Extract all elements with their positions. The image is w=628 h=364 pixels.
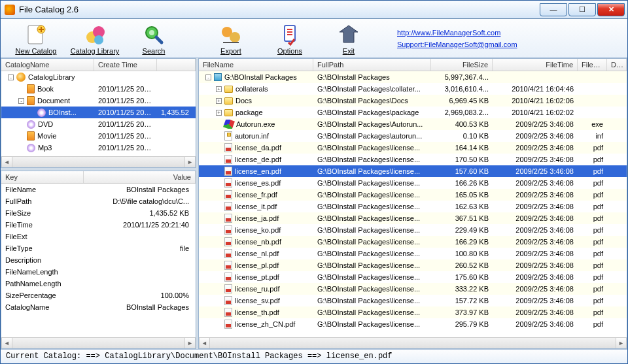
col-descrip[interactable]: Descrip [607, 59, 627, 71]
new-catalog-button[interactable]: New Catalog [10, 22, 62, 55]
content: CatalogName Create Time -CatalogLibraryB… [1, 58, 627, 349]
svg-point-8 [230, 32, 240, 42]
support-link[interactable]: Support:FileManagerSoft@gmail.com [397, 41, 517, 48]
file-row[interactable]: +DocsG:\BOInstall Packages\Docs6,969.45 … [199, 95, 627, 107]
file-row[interactable]: license_it.pdfG:\BOInstall Packages\lice… [199, 201, 627, 212]
close-button[interactable]: ✕ [597, 3, 625, 16]
tree-hscroll[interactable]: ◄► [1, 156, 196, 167]
tree-item-label: Document [37, 97, 70, 105]
prop-col-key[interactable]: Key [1, 171, 84, 183]
prop-col-value[interactable]: Value [84, 171, 196, 183]
catalog-tree-row[interactable]: -Document2010/11/25 20:2... [1, 95, 196, 107]
svg-marker-10 [340, 25, 358, 42]
left-pane: CatalogName Create Time -CatalogLibraryB… [1, 58, 198, 349]
property-row[interactable]: FileNameBOInstall Packages [1, 184, 196, 195]
file-row[interactable]: autorun.infG:\BOInstall Packages\autorun… [199, 130, 627, 142]
tree-col-name[interactable]: CatalogName [1, 59, 94, 71]
file-row[interactable]: license_ko.pdfG:\BOInstall Packages\lice… [199, 224, 627, 236]
file-hscroll[interactable]: ◄► [199, 337, 627, 348]
expander-icon[interactable]: + [216, 98, 222, 104]
property-row[interactable]: PathNameLength [1, 278, 196, 290]
props-hscroll[interactable]: ◄► [1, 337, 196, 348]
catalog-tree-row[interactable]: DVD2010/11/25 20:2... [1, 118, 196, 130]
file-row[interactable]: license_ja.pdfG:\BOInstall Packages\lice… [199, 212, 627, 224]
catalog-tree-row[interactable]: Book2010/11/25 20:2... [1, 83, 196, 95]
file-row[interactable]: license_zh_CN.pdfG:\BOInstall Packages\l… [199, 318, 627, 330]
col-fileext[interactable]: FileExt [578, 59, 607, 71]
file-list[interactable]: FileName FullPath FileSize FileTime File… [198, 58, 627, 349]
expander-icon[interactable]: - [8, 74, 14, 80]
export-icon [219, 23, 243, 46]
app-window: File Catalog 2.6 — ☐ ✕ New Catalog Catal… [0, 0, 628, 364]
file-row[interactable]: license_fr.pdfG:\BOInstall Packages\lice… [199, 189, 627, 201]
col-filetime[interactable]: FileTime [493, 59, 578, 71]
file-row[interactable]: license_ru.pdfG:\BOInstall Packages\lice… [199, 283, 627, 295]
file-row[interactable]: license_nb.pdfG:\BOInstall Packages\lice… [199, 236, 627, 248]
file-row[interactable]: license_es.pdfG:\BOInstall Packages\lice… [199, 177, 627, 189]
exit-button[interactable]: Exit [323, 22, 375, 55]
file-row[interactable]: license_nl.pdfG:\BOInstall Packages\lice… [199, 248, 627, 259]
file-name-label: license_it.pdf [235, 203, 277, 210]
exit-label: Exit [343, 47, 355, 55]
file-name-label: license_da.pdf [235, 144, 281, 152]
minimize-button[interactable]: — [540, 3, 567, 16]
property-row[interactable]: SizePercentage100.00% [1, 290, 196, 301]
file-row[interactable]: license_sv.pdfG:\BOInstall Packages\lice… [199, 295, 627, 306]
catalog-tree-row[interactable]: Mp32010/11/25 20:2... [1, 142, 196, 154]
exit-icon [337, 23, 360, 46]
file-row[interactable]: +collateralsG:\BOInstall Packages\collat… [199, 83, 627, 95]
file-name-label: license_ru.pdf [235, 285, 280, 293]
links: http://www.FileManagerSoft.com Support:F… [397, 29, 517, 48]
file-name-label: license_nb.pdf [235, 238, 281, 246]
catalog-tree-row[interactable]: -CatalogLibrary [1, 71, 196, 83]
maximize-button[interactable]: ☐ [568, 3, 596, 16]
file-row[interactable]: license_pt.pdfG:\BOInstall Packages\lice… [199, 271, 627, 283]
col-filename[interactable]: FileName [199, 59, 313, 71]
property-row[interactable]: FileTime2010/11/25 20:21:40 [1, 219, 196, 231]
file-row[interactable]: license_th.pdfG:\BOInstall Packages\lice… [199, 306, 627, 318]
col-filesize[interactable]: FileSize [431, 59, 493, 71]
options-button[interactable]: Options [264, 22, 316, 55]
file-row[interactable]: license_da.pdfG:\BOInstall Packages\lice… [199, 142, 627, 154]
export-label: Export [220, 47, 241, 55]
property-row[interactable]: FileExt [1, 231, 196, 242]
options-label: Options [277, 47, 302, 55]
col-fullpath[interactable]: FullPath [313, 59, 431, 71]
catalog-tree-row[interactable]: Movie2010/11/25 20:2... [1, 130, 196, 142]
file-row[interactable]: license_de.pdfG:\BOInstall Packages\lice… [199, 154, 627, 165]
titlebar[interactable]: File Catalog 2.6 — ☐ ✕ [1, 1, 627, 19]
catalog-tree[interactable]: CatalogName Create Time -CatalogLibraryB… [1, 58, 196, 168]
property-row[interactable]: FullPathD:\5\file catalog\dcu\C... [1, 195, 196, 207]
new-catalog-label: New Catalog [16, 47, 57, 55]
property-row[interactable]: CatalogNameBOInstall Packages [1, 301, 196, 313]
property-row[interactable]: Description [1, 254, 196, 266]
expander-icon[interactable]: + [216, 110, 222, 116]
new-catalog-icon [24, 23, 48, 46]
tree-col-extra[interactable] [157, 59, 196, 71]
window-title: File Catalog 2.6 [19, 5, 78, 14]
file-name-label: license_th.pdf [235, 308, 279, 316]
search-button[interactable]: Search [128, 22, 180, 55]
file-name-label: license_en.pdf [235, 167, 281, 175]
catalog-tree-row[interactable]: BOInst...2010/11/25 20:2...1,435.52 [1, 107, 196, 118]
expander-icon[interactable]: - [18, 98, 24, 104]
file-row[interactable]: license_en.pdfG:\BOInstall Packages\lice… [199, 165, 627, 177]
file-name-label: license_zh_CN.pdf [235, 320, 295, 328]
property-row[interactable]: FileNameLength [1, 266, 196, 278]
file-row[interactable]: -G:\BOInstall PackagesG:\BOInstall Packa… [199, 71, 627, 83]
file-row[interactable]: license_pl.pdfG:\BOInstall Packages\lice… [199, 259, 627, 271]
homepage-link[interactable]: http://www.FileManagerSoft.com [397, 29, 517, 37]
property-row[interactable]: FileSize1,435.52 KB [1, 207, 196, 219]
tree-col-time[interactable]: Create Time [94, 59, 157, 71]
expander-icon[interactable]: - [205, 74, 211, 80]
catalog-library-button[interactable]: Catalog Library [69, 22, 121, 55]
property-row[interactable]: FileTypefile [1, 242, 196, 254]
properties-grid[interactable]: Key Value FileNameBOInstall PackagesFull… [1, 171, 196, 349]
expander-icon[interactable]: + [216, 86, 222, 92]
tree-item-label: BOInst... [48, 108, 77, 116]
file-row[interactable]: Autorun.exeG:\BOInstall Packages\Autorun… [199, 118, 627, 130]
export-button[interactable]: Export [205, 22, 257, 55]
tree-item-label: DVD [38, 120, 53, 128]
file-name-label: license_ja.pdf [235, 214, 279, 222]
file-row[interactable]: +packageG:\BOInstall Packages\package2,9… [199, 107, 627, 118]
